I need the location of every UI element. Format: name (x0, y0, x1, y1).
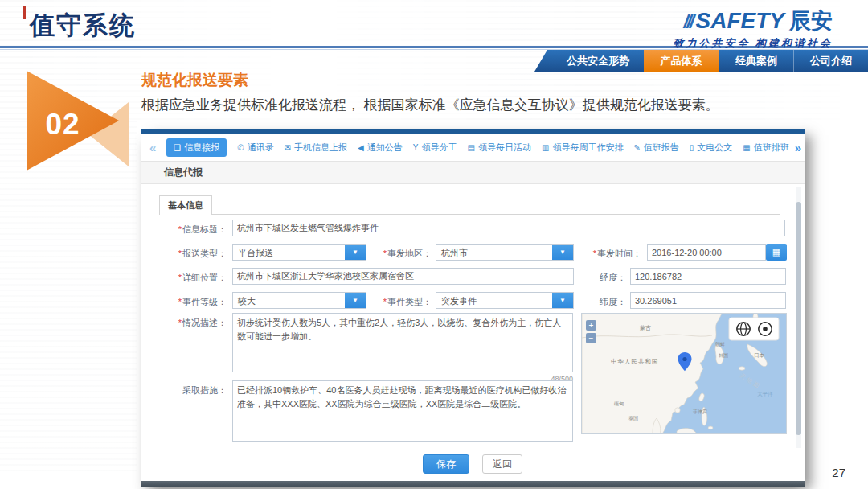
longitude-input[interactable] (630, 268, 786, 285)
scrollbar-track[interactable] (796, 187, 801, 448)
tab-label: 通知公告 (367, 142, 403, 154)
nav-tab-classic-cases[interactable]: 经典案例 (719, 50, 793, 72)
field-label-event-level: *事件等级： (141, 296, 227, 308)
tab-contacts[interactable]: ✆ 通讯录 (237, 142, 273, 154)
tab-duty-report[interactable]: ✎ 值班报告 (633, 142, 678, 154)
field-label-measures: 采取措施： (141, 384, 227, 397)
tab-label: 领导每周工作安排 (552, 142, 623, 154)
map-zoom-in-button[interactable]: + (586, 320, 596, 331)
field-label-detail-location: *详细位置： (141, 272, 227, 284)
edit-icon: ✎ (633, 143, 640, 152)
phone-icon: ✆ (237, 143, 244, 152)
map-label-thailand: 泰国 (628, 416, 638, 421)
logo-tagline: 致力公共安全 构建和谐社会 (673, 36, 833, 51)
report-type-value: 平台报送 (238, 244, 273, 261)
body-text: 根据应急业务提供标准化报送流程， 根据国家标准《应急信息交互协议》提供规范化报送… (141, 96, 833, 114)
app-window: « ❑ 信息接报 ✆ 通讯录 ✉ 手机信息上报 ◀ 通知公告 Y 领导分工 (141, 129, 805, 487)
info-title-input[interactable] (232, 220, 785, 236)
nav-tab-public-safety[interactable]: 公共安全形势 (552, 50, 644, 72)
tab-notices[interactable]: ◀ 通知公告 (358, 142, 403, 154)
location-map[interactable]: 蒙古 中华人民共和国 朝鲜 韩国 日本 太平洋 缅甸 泰国 菲律宾 天地图 + (581, 313, 787, 434)
map-label-japan: 日本 (754, 352, 765, 358)
chevron-down-icon[interactable]: ▼ (345, 293, 366, 308)
event-type-value: 突发事件 (441, 293, 477, 309)
chevron-down-icon[interactable]: ▼ (345, 244, 366, 260)
measures-textarea[interactable]: 已经排派10辆救护车、40名医务人员赶赴现场，距离现场最近的医疗机构已做好收治准… (232, 380, 573, 442)
required-mark: * (178, 318, 182, 327)
incident-area-select[interactable]: 杭州市 ▼ (436, 244, 574, 261)
weekly-list-icon: ▥ (542, 143, 549, 152)
red-accent-mark (23, 6, 26, 19)
page-number: 27 (832, 466, 845, 479)
scrollbar-thumb[interactable] (796, 202, 801, 435)
daily-doc-icon: ▤ (467, 143, 474, 152)
slide: 值守系统 /// SAFETY 辰安 致力公共安全 构建和谐社会 公共安全形势 … (0, 0, 868, 489)
required-mark: * (383, 297, 387, 306)
map-land-kyushu (739, 367, 745, 370)
tab-basic-info[interactable]: 基本信息 (159, 195, 212, 215)
svg-text:+: + (589, 321, 594, 330)
company-logo: /// SAFETY 辰安 致力公共安全 构建和谐社会 (673, 6, 833, 51)
tab-mobile-report[interactable]: ✉ 手机信息上报 (285, 142, 347, 154)
tab-leader-daily[interactable]: ▤ 领导每日活动 (467, 142, 530, 154)
org-icon: Y (413, 143, 419, 152)
speaker-icon: ◀ (358, 143, 364, 152)
map-land-mindanao (708, 426, 713, 429)
field-label-longitude: 经度： (575, 272, 626, 284)
tab-leader-division[interactable]: Y 领导分工 (413, 142, 457, 154)
tab-label: 值班报告 (644, 142, 679, 154)
expand-tabs-icon[interactable]: » (792, 138, 801, 158)
incident-time-input[interactable] (647, 244, 766, 261)
back-button[interactable]: 返回 (482, 454, 522, 474)
detail-location-input[interactable] (232, 268, 574, 285)
tab-info-receive[interactable]: ❑ 信息接报 (166, 138, 227, 157)
logo-slashes-icon: /// (684, 10, 693, 33)
top-nav: 公共安全形势 产品体系 经典案例 公司介绍 (534, 50, 868, 72)
field-label-incident-area: *事发地区： (375, 248, 432, 260)
app-bottom-bar (141, 481, 805, 487)
required-mark: * (178, 273, 182, 282)
tab-label: 领导每日活动 (478, 142, 531, 154)
required-mark: * (178, 224, 182, 234)
nav-tab-company-intro[interactable]: 公司介绍 (793, 50, 868, 72)
tab-label: 值班排班 (754, 142, 789, 154)
field-label-incident-time: *事发时间： (579, 248, 641, 260)
required-mark: * (178, 249, 182, 258)
map-label-nkorea: 朝鲜 (715, 342, 725, 347)
event-level-select[interactable]: 较大 ▼ (232, 292, 366, 309)
map-label-skorea: 韩国 (719, 353, 728, 359)
field-label-event-type: *事件类型： (375, 296, 432, 308)
chevron-down-icon[interactable]: ▼ (552, 293, 573, 308)
calendar-picker-icon[interactable]: ▦ (766, 244, 787, 261)
field-label-info-title: *信息标题： (141, 224, 227, 236)
required-mark: * (178, 297, 182, 306)
required-mark: * (383, 249, 387, 258)
map-label-mongolia: 蒙古 (640, 325, 651, 331)
app-tab-bar: « ❑ 信息接报 ✆ 通讯录 ✉ 手机信息上报 ◀ 通知公告 Y 领导分工 (141, 134, 805, 162)
tab-duty-schedule[interactable]: ▦ 值班排班 (743, 142, 788, 154)
form-footer-divider (141, 450, 805, 450)
tab-label: 文电公文 (697, 142, 732, 154)
tab-label: 领导分工 (421, 142, 457, 154)
event-type-select[interactable]: 突发事件 ▼ (436, 292, 574, 309)
tab-leader-weekly[interactable]: ▥ 领导每周工作安排 (542, 142, 623, 154)
map-zoom-out-button[interactable]: − (586, 333, 596, 343)
nav-tab-product-system[interactable]: 产品体系 (644, 50, 719, 72)
tab-documents[interactable]: ▯ 文电公文 (690, 142, 733, 154)
chevron-down-icon[interactable]: ▼ (552, 244, 573, 260)
map-label-china: 中华人民共和国 (611, 358, 659, 365)
tab-label: 信息接报 (184, 142, 219, 154)
incident-area-value: 杭州市 (441, 244, 468, 261)
document-icon: ▯ (690, 143, 694, 152)
field-label-latitude: 纬度： (575, 296, 626, 308)
tab-underline (159, 214, 780, 215)
report-type-select[interactable]: 平台报送 ▼ (232, 244, 366, 261)
situation-textarea[interactable]: 初步统计受伤人数为5人，其中重伤2人，轻伤3人，以烧伤、复合外伤为主，伤亡人数可… (232, 313, 573, 372)
chat-icon: ❑ (174, 143, 181, 152)
latitude-input[interactable] (630, 292, 786, 309)
calendar-icon: ▦ (743, 143, 750, 152)
save-button[interactable]: 保存 (423, 454, 469, 474)
logo-brand-cn: 辰安 (789, 6, 833, 35)
background-texture (0, 121, 137, 475)
collapse-tabs-icon[interactable]: « (149, 141, 156, 154)
